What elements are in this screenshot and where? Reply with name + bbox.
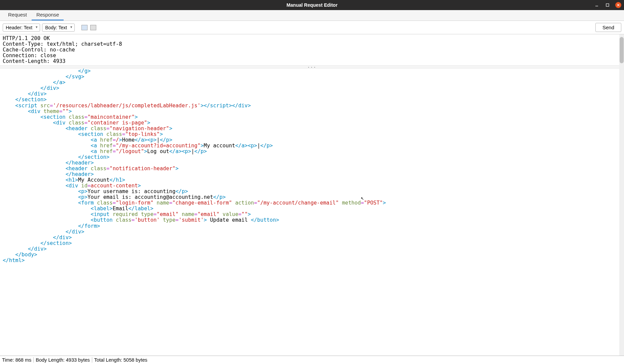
code-line: <p>Your username is: accounting</p> (3, 189, 621, 194)
code-line: <header class="navigation-header"> (3, 126, 621, 132)
header-view-select[interactable]: Header: Text (3, 24, 40, 32)
code-line: <a href="/logout">Log out</a><p>|</p> (3, 149, 621, 154)
code-line: <div theme=""> (3, 109, 621, 114)
window-controls (594, 2, 621, 8)
split-view-icon[interactable] (81, 25, 88, 30)
code-line: </section> (3, 241, 621, 246)
body-view-select[interactable]: Body: Text (42, 24, 75, 32)
minimize-button[interactable] (594, 2, 600, 8)
code-line: <section class="maincontainer"> (3, 114, 621, 120)
code-line: <a href="/my-account?id=accounting">My a… (3, 143, 621, 149)
code-line: <input required type="email" name="email… (3, 212, 621, 217)
minimize-icon (595, 3, 599, 7)
close-button[interactable] (615, 2, 621, 8)
code-line: <div class="container is-page"> (3, 120, 621, 126)
status-total-length: Total Length: 5058 bytes (94, 357, 149, 363)
code-line: </header> (3, 172, 621, 177)
code-line: <label>Email</label> (3, 206, 621, 212)
code-line: </div> (3, 246, 621, 252)
code-line: <p>Your email is: accounting@accounting.… (3, 194, 621, 200)
code-line: <form class="login-form" name="change-em… (3, 200, 621, 206)
code-line: </svg> (3, 74, 621, 80)
status-time: Time: 868 ms (2, 357, 34, 363)
code-line: <a href=/>Home</a><p>|</p> (3, 137, 621, 143)
code-line: <button class='button' type='submit'> Up… (3, 217, 621, 223)
pane-splitter[interactable]: • • • (0, 66, 624, 68)
code-line: </div> (3, 235, 621, 241)
code-line: </form> (3, 223, 621, 229)
toolbar: Header: Text Body: Text Send (0, 21, 624, 34)
tab-response[interactable]: Response (32, 10, 64, 21)
code-line: </header> (3, 160, 621, 166)
svg-rect-1 (606, 4, 609, 6)
vertical-scrollbar[interactable] (619, 34, 624, 356)
code-line: <h1>My Account</h1> (3, 177, 621, 183)
window-title: Manual Request Editor (286, 2, 338, 8)
close-icon (617, 3, 620, 7)
code-line: <script src='/resources/labheader/js/com… (3, 103, 621, 109)
tab-request[interactable]: Request (3, 10, 32, 21)
code-line: </html> (3, 258, 621, 263)
code-line: </div> (3, 229, 621, 235)
scroll-thumb[interactable] (620, 37, 624, 63)
response-headers-pane[interactable]: HTTP/1.1 200 OK Content-Type: text/html;… (0, 34, 624, 66)
status-bar: Time: 868 ms Body Length: 4933 bytes Tot… (0, 356, 624, 364)
content-area: HTTP/1.1 200 OK Content-Type: text/html;… (0, 34, 624, 356)
code-line: </g> (3, 68, 621, 74)
maximize-icon (605, 3, 610, 7)
code-line: <header class="notification-header"> (3, 166, 621, 172)
code-line: </section> (3, 154, 621, 160)
code-line: </div> (3, 85, 621, 91)
maximize-button[interactable] (604, 2, 611, 8)
status-body-length: Body Length: 4933 bytes (36, 357, 92, 363)
code-line: </a> (3, 80, 621, 85)
code-line: </body> (3, 252, 621, 258)
code-line: <div id=account-content> (3, 183, 621, 189)
titlebar: Manual Request Editor (0, 0, 624, 10)
code-line: </section> (3, 97, 621, 103)
response-body-pane[interactable]: ↖ </g> </svg> </a> </div> </div> </secti… (0, 68, 624, 356)
tab-bar: Request Response (0, 10, 624, 21)
send-button[interactable]: Send (595, 23, 621, 32)
code-line: <section class="top-links"> (3, 132, 621, 137)
code-line: </div> (3, 91, 621, 97)
full-view-icon[interactable] (90, 25, 96, 30)
